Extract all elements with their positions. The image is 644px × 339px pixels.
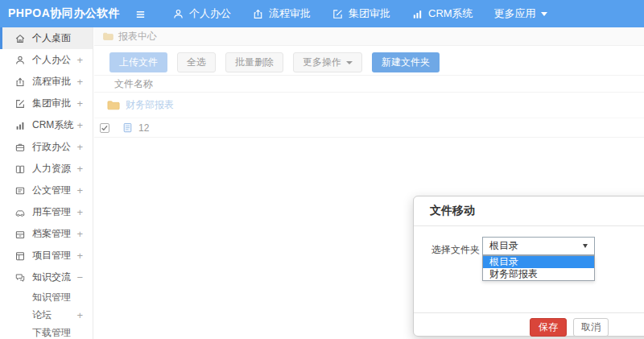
button-label: 新建文件夹 bbox=[382, 56, 430, 69]
cancel-button[interactable]: 取消 bbox=[573, 318, 609, 337]
sidebar-item-vehicle-mgmt[interactable]: 用车管理 + bbox=[0, 201, 93, 223]
button-label: 更多操作 bbox=[303, 56, 341, 69]
sidebar-item-label: 档案管理 bbox=[32, 227, 71, 241]
topnav-label: 流程审批 bbox=[269, 6, 311, 21]
column-header-file-name: 文件名称 bbox=[114, 77, 153, 91]
dropdown-option-root[interactable]: 根目录 bbox=[483, 256, 594, 268]
sidebar-subitem-knowledge-mgmt[interactable]: 知识管理 bbox=[0, 288, 93, 306]
app-window: PHPOA协同办公软件 个人办公 流程审批 bbox=[0, 0, 644, 339]
row-checkbox[interactable] bbox=[100, 123, 109, 133]
expand-toggle[interactable]: + bbox=[76, 163, 83, 174]
document-icon bbox=[14, 185, 26, 196]
chat-bubbles-icon bbox=[14, 272, 26, 283]
expand-toggle[interactable]: + bbox=[76, 76, 83, 87]
file-table-header: 文件名称 bbox=[94, 75, 644, 93]
file-link[interactable]: 12 bbox=[138, 122, 149, 134]
button-label: 上传文件 bbox=[119, 56, 158, 69]
topnav-personal-office[interactable]: 个人办公 bbox=[172, 6, 231, 21]
folder-select-dropdown: 根目录 财务部报表 bbox=[482, 255, 595, 281]
upload-file-button[interactable]: 上传文件 bbox=[109, 52, 167, 72]
topnav-label: 个人办公 bbox=[189, 6, 231, 21]
folder-icon bbox=[106, 98, 120, 112]
collapse-toggle[interactable]: − bbox=[76, 272, 83, 283]
sidebar-subitem-label: 下载管理 bbox=[32, 326, 71, 339]
expand-toggle[interactable]: + bbox=[76, 98, 83, 109]
dropdown-option-finance-reports[interactable]: 财务部报表 bbox=[483, 268, 594, 280]
expand-toggle[interactable]: + bbox=[76, 55, 83, 65]
expand-toggle[interactable]: + bbox=[76, 310, 83, 320]
button-label: 批量删除 bbox=[235, 56, 274, 69]
sidebar-item-document-mgmt[interactable]: 公文管理 + bbox=[0, 180, 93, 201]
save-button[interactable]: 保存 bbox=[530, 318, 567, 337]
file-table: 文件名称 财务部报表 12 bbox=[94, 75, 644, 138]
sidebar-item-label: 个人桌面 bbox=[32, 31, 71, 45]
file-move-modal: 文件移动 选择文件夹 根目录 根目录 财务部报表 保存 取消 bbox=[413, 196, 644, 337]
modal-footer-divider bbox=[414, 312, 644, 313]
expand-toggle[interactable]: + bbox=[76, 229, 83, 239]
app-logo: PHPOA协同办公软件 bbox=[0, 6, 121, 21]
sidebar-item-project-mgmt[interactable]: 项目管理 + bbox=[0, 245, 93, 267]
sidebar-item-workflow-approval[interactable]: 流程审批 + bbox=[0, 71, 93, 93]
sidebar-item-label: 知识交流 bbox=[32, 271, 71, 284]
expand-toggle[interactable]: + bbox=[76, 142, 83, 152]
more-operations-button[interactable]: 更多操作 bbox=[293, 52, 362, 72]
sidebar-item-label: 个人办公 bbox=[32, 53, 71, 67]
table-row-file[interactable]: 12 bbox=[94, 118, 644, 138]
expand-toggle[interactable]: + bbox=[76, 185, 83, 196]
sidebar-subitem-forum[interactable]: 论坛 + bbox=[0, 306, 93, 324]
user-icon bbox=[14, 55, 26, 66]
sidebar-item-label: 项目管理 bbox=[32, 249, 71, 263]
sidebar-item-hr[interactable]: 人力资源 + bbox=[0, 158, 93, 180]
toolbar: 上传文件 全选 批量删除 更多操作 新建文件夹 bbox=[109, 52, 644, 72]
table-row-folder[interactable]: 财务部报表 bbox=[94, 93, 644, 118]
sidebar-item-knowledge-exchange[interactable]: 知识交流 − bbox=[0, 267, 93, 288]
sidebar-item-label: 流程审批 bbox=[32, 75, 71, 89]
topnav-crm-system[interactable]: CRM系统 bbox=[411, 6, 473, 21]
project-board-icon bbox=[14, 250, 26, 262]
sidebar-item-label: 人力资源 bbox=[32, 162, 71, 176]
sidebar-item-crm-system[interactable]: CRM系统 + bbox=[0, 114, 93, 136]
topnav-label: CRM系统 bbox=[428, 6, 473, 21]
bar-chart-icon bbox=[411, 8, 423, 20]
caret-down-icon bbox=[583, 244, 588, 248]
expand-toggle[interactable]: + bbox=[76, 207, 83, 217]
select-all-button[interactable]: 全选 bbox=[177, 52, 216, 72]
workflow-icon bbox=[14, 76, 26, 88]
sidebar-subitem-label: 知识管理 bbox=[32, 291, 71, 304]
sidebar-item-group-approval[interactable]: 集团审批 + bbox=[0, 93, 93, 114]
breadcrumb-current: 报表中心 bbox=[118, 30, 157, 43]
sidebar-item-label: 行政办公 bbox=[32, 140, 71, 154]
bar-chart-icon bbox=[14, 120, 26, 131]
menu-toggle-button[interactable] bbox=[129, 2, 151, 25]
home-icon bbox=[14, 33, 26, 44]
briefcase-icon bbox=[14, 142, 26, 153]
topbar: PHPOA协同办公软件 个人办公 流程审批 bbox=[0, 0, 644, 27]
selected-value: 根目录 bbox=[489, 239, 518, 253]
folder-link[interactable]: 财务部报表 bbox=[126, 98, 174, 112]
topnav-more-apps[interactable]: 更多应用 bbox=[494, 6, 547, 21]
topnav-workflow-approval[interactable]: 流程审批 bbox=[252, 6, 311, 21]
sidebar-item-admin-office[interactable]: 行政办公 + bbox=[0, 136, 93, 158]
sidebar-subitem-label: 论坛 bbox=[32, 308, 52, 322]
user-icon bbox=[172, 8, 184, 20]
topnav-label: 更多应用 bbox=[494, 6, 536, 21]
sidebar-item-personal-desktop[interactable]: 个人桌面 bbox=[0, 27, 93, 49]
expand-toggle[interactable]: + bbox=[76, 120, 83, 130]
batch-delete-button[interactable]: 批量删除 bbox=[225, 52, 283, 72]
sidebar: 个人桌面 个人办公 + 流程审批 + 集团审批 + bbox=[0, 27, 93, 339]
new-folder-button[interactable]: 新建文件夹 bbox=[372, 52, 440, 72]
folder-select[interactable]: 根目录 bbox=[482, 237, 595, 255]
sidebar-item-label: 用车管理 bbox=[32, 205, 71, 219]
edit-square-icon bbox=[14, 98, 26, 110]
caret-down-icon bbox=[541, 12, 547, 16]
topnav-group-approval[interactable]: 集团审批 bbox=[332, 6, 390, 21]
sidebar-item-label: 公文管理 bbox=[32, 184, 71, 197]
sidebar-item-label: 集团审批 bbox=[32, 97, 71, 110]
expand-toggle[interactable]: + bbox=[76, 250, 83, 261]
sidebar-item-personal-office[interactable]: 个人办公 + bbox=[0, 49, 93, 71]
sidebar-item-archive-mgmt[interactable]: 档案管理 + bbox=[0, 223, 93, 245]
sidebar-subitem-download-mgmt[interactable]: 下载管理 bbox=[0, 324, 93, 339]
caret-down-icon bbox=[346, 61, 353, 64]
modal-header: 文件移动 bbox=[414, 196, 644, 226]
select-folder-label: 选择文件夹 bbox=[431, 243, 480, 257]
